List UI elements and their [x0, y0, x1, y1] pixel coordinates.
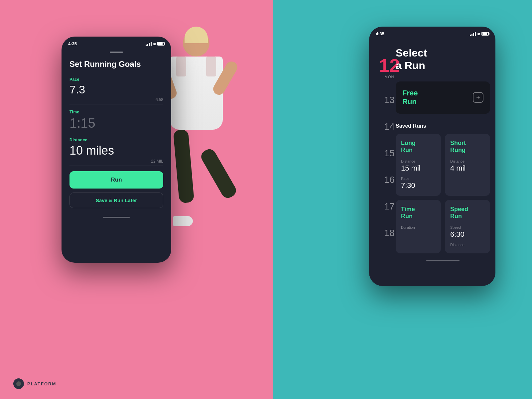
time-label: Time — [69, 110, 163, 114]
wifi-icon: ◙ — [153, 42, 156, 46]
signal-bar-1 — [146, 45, 147, 46]
speed-run-card[interactable]: Speed Run Speed 6:30 Distance — [445, 200, 490, 253]
platform-logo: PLATFORM — [13, 378, 56, 389]
platform-icon — [13, 378, 24, 389]
scroll-indicator-right — [426, 260, 460, 261]
pace-label: Pace — [69, 77, 163, 82]
status-icons-left: ◙ — [146, 42, 165, 46]
speed-run-dist-label: Distance — [450, 243, 485, 247]
battery-icon — [157, 42, 165, 46]
select-run-title: Select a Run — [396, 47, 490, 72]
long-run-dist-value: 15 mil — [401, 164, 436, 173]
date-number-15: 15 — [384, 148, 395, 159]
time-run-title: Time Run — [401, 206, 436, 220]
status-bar-left: 4:35 ◙ — [62, 37, 171, 48]
long-run-card[interactable]: Long Run Distance 15 mil Pace 7:30 — [396, 134, 441, 196]
date-number-14: 14 — [384, 121, 395, 132]
divider-2 — [69, 132, 163, 132]
select-run-line2: a Run — [396, 60, 425, 71]
left-phone-title: Set Running Goals — [69, 60, 163, 69]
speed-run-spd-label: Speed — [450, 225, 485, 229]
battery-fill — [158, 43, 163, 45]
time-right: 4:35 — [376, 31, 384, 36]
time-left: 4:35 — [68, 41, 77, 46]
phone-right: 4:35 ◙ 12 MON 13 14 15 — [369, 27, 495, 286]
signal-bar-2 — [147, 44, 148, 46]
time-run-card[interactable]: Time Run Duration — [396, 200, 441, 253]
free-run-line1: Free — [402, 89, 418, 97]
signal-icon — [146, 42, 152, 46]
distance-secondary: 22 MIL — [69, 159, 163, 164]
free-run-label: Free Run — [402, 89, 418, 106]
long-run-title: Long Run — [401, 140, 436, 154]
date-day-12: MON — [385, 75, 394, 79]
short-rung-title: Short Rung — [450, 140, 485, 154]
divider-3 — [69, 166, 163, 166]
run-button[interactable]: Run — [69, 171, 163, 189]
divider-1 — [69, 104, 163, 104]
status-bar-right: 4:35 ◙ — [369, 27, 495, 38]
distance-value: 10 miles — [69, 144, 163, 158]
pace-secondary: 6.58 — [69, 97, 163, 102]
saved-runs-label: Saved Runs — [396, 123, 490, 129]
date-number-18: 18 — [384, 228, 395, 238]
select-run-line1: Select — [396, 47, 427, 59]
right-panel: Select a Run Free Run + Saved Runs Long — [396, 47, 490, 266]
date-number-16: 16 — [384, 175, 395, 185]
short-rung-card[interactable]: Short Rung Distance 4 mil — [445, 134, 490, 196]
pace-value: 7.3 — [69, 83, 163, 96]
scroll-indicator-left — [103, 217, 130, 218]
long-run-pace-label: Pace — [401, 177, 436, 181]
time-value: 1:15 — [69, 116, 163, 131]
long-run-pace-value: 7:30 — [401, 181, 436, 190]
free-run-card[interactable]: Free Run + — [396, 81, 490, 114]
left-phone-content: Set Running Goals Pace 7.3 6.58 Time 1:1… — [62, 48, 171, 211]
time-run-dur-label: Duration — [401, 225, 436, 229]
battery-icon-right — [481, 32, 489, 36]
save-run-later-button[interactable]: Save & Run Later — [69, 193, 163, 208]
date-number-17: 17 — [384, 201, 395, 212]
status-icons-right: ◙ — [470, 32, 489, 36]
speed-run-title: Speed Run — [450, 206, 485, 220]
signal-icon-right — [470, 32, 476, 36]
date-number-13: 13 — [384, 95, 395, 105]
phone-left: 4:35 ◙ Set Running Goals Pace 7.3 6.58 T… — [62, 37, 171, 263]
distance-label: Distance — [69, 138, 163, 142]
free-run-line2: Run — [402, 97, 417, 106]
speed-run-spd-value: 6:30 — [450, 230, 485, 239]
wifi-icon-right: ◙ — [477, 32, 480, 36]
drag-handle[interactable] — [110, 52, 123, 53]
short-rung-dist-value: 4 mil — [450, 164, 485, 173]
long-run-dist-label: Distance — [401, 159, 436, 163]
plus-icon[interactable]: + — [473, 92, 483, 103]
short-rung-dist-label: Distance — [450, 159, 485, 163]
platform-name: PLATFORM — [27, 381, 56, 386]
signal-bar-3 — [149, 43, 150, 46]
signal-bar-4 — [151, 42, 152, 46]
run-cards-grid: Long Run Distance 15 mil Pace 7:30 Short… — [396, 134, 490, 253]
